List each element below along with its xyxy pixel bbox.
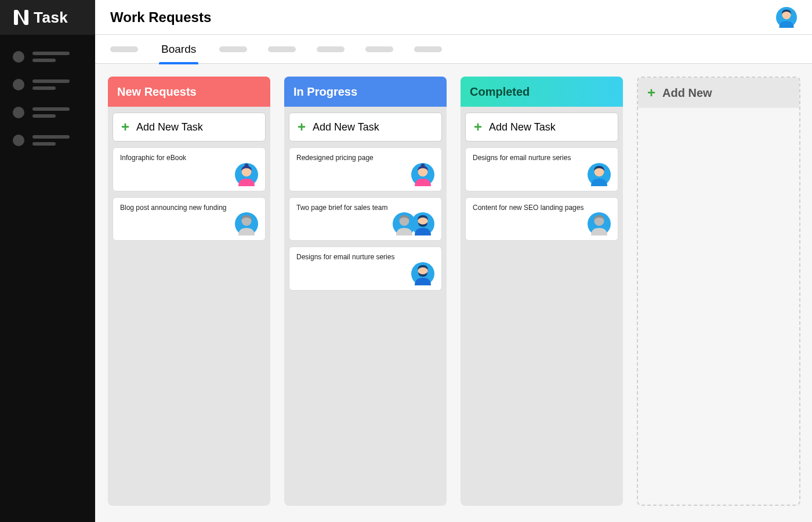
column-title: In Progress xyxy=(293,85,357,99)
task-assignees xyxy=(473,212,611,235)
task-card[interactable]: Blog post announcing new funding xyxy=(113,197,266,241)
brand-name: Task xyxy=(34,9,68,27)
assignee-avatar[interactable] xyxy=(588,163,611,186)
plus-icon: + xyxy=(647,85,655,101)
board-column: Completed + Add New Task Designs for ema… xyxy=(461,77,623,506)
board-column: New Requests + Add New Task Infographic … xyxy=(108,77,270,506)
sidebar-item-4[interactable] xyxy=(13,135,82,146)
add-task-button[interactable]: + Add New Task xyxy=(113,113,266,142)
column-body: + Add New Task Infographic for eBook Blo… xyxy=(108,107,270,506)
add-task-button[interactable]: + Add New Task xyxy=(289,113,442,142)
tab-placeholder[interactable] xyxy=(268,46,296,52)
tab-label: Boards xyxy=(161,43,196,56)
plus-icon: + xyxy=(298,120,306,134)
column-header[interactable]: In Progress xyxy=(284,77,447,107)
task-title: Blog post announcing new funding xyxy=(120,204,258,213)
column-title: Completed xyxy=(470,85,530,99)
tab-placeholder[interactable] xyxy=(365,46,393,52)
tab-boards[interactable]: Boards xyxy=(159,35,198,64)
sidebar-item-1[interactable] xyxy=(13,51,82,63)
task-card[interactable]: Designs for email nurture series xyxy=(465,147,618,191)
add-task-label: Add New Task xyxy=(489,121,556,133)
plus-icon: + xyxy=(474,120,482,134)
column-body: + Add New Task Designs for email nurture… xyxy=(461,107,623,506)
topbar: Work Requests xyxy=(95,0,812,35)
task-card[interactable]: Redesigned pricing page xyxy=(289,147,442,191)
page-title: Work Requests xyxy=(110,9,211,26)
task-assignees xyxy=(473,163,611,186)
assignee-avatar[interactable] xyxy=(411,212,434,235)
sidebar: Task xyxy=(0,0,95,522)
task-title: Redesigned pricing page xyxy=(296,154,434,163)
main: Work Requests Boards New Requests + Add … xyxy=(95,0,812,522)
task-card[interactable]: Infographic for eBook xyxy=(113,147,266,191)
assignee-avatar[interactable] xyxy=(588,212,611,235)
task-card[interactable]: Content for new SEO landing pages xyxy=(465,197,618,241)
board-area: New Requests + Add New Task Infographic … xyxy=(95,64,812,522)
add-task-label: Add New Task xyxy=(136,121,203,133)
add-task-label: Add New Task xyxy=(313,121,379,133)
task-title: Two page brief for sales team xyxy=(296,204,434,213)
task-assignees xyxy=(296,262,434,285)
task-title: Designs for email nurture series xyxy=(296,253,434,262)
brand-logo[interactable]: Task xyxy=(0,0,95,35)
task-assignees xyxy=(120,212,258,235)
tab-placeholder[interactable] xyxy=(110,46,138,52)
svg-point-4 xyxy=(245,164,249,168)
svg-point-9 xyxy=(421,164,425,168)
assignee-avatar[interactable] xyxy=(235,163,258,186)
logo-icon xyxy=(13,9,30,26)
task-assignees xyxy=(296,212,434,235)
column-title: New Requests xyxy=(117,85,197,99)
task-card[interactable]: Designs for email nurture series xyxy=(289,246,442,291)
column-header[interactable]: New Requests xyxy=(108,77,270,107)
assignee-avatar[interactable] xyxy=(235,212,258,235)
board-column: In Progress + Add New Task Redesigned pr… xyxy=(284,77,447,506)
tab-strip: Boards xyxy=(95,35,812,64)
assignee-avatar[interactable] xyxy=(411,262,434,285)
task-title: Infographic for eBook xyxy=(120,154,258,163)
task-title: Content for new SEO landing pages xyxy=(473,204,611,213)
task-title: Designs for email nurture series xyxy=(473,154,611,163)
column-body: + Add New Task Redesigned pricing page T… xyxy=(284,107,447,506)
task-assignees xyxy=(296,163,434,186)
add-column-label: Add New xyxy=(662,86,712,100)
user-avatar[interactable] xyxy=(776,7,797,28)
add-task-button[interactable]: + Add New Task xyxy=(465,113,618,142)
add-column-header[interactable]: + Add New xyxy=(638,78,799,108)
sidebar-item-2[interactable] xyxy=(13,79,82,90)
add-column[interactable]: + Add New xyxy=(637,77,800,506)
task-card[interactable]: Two page brief for sales team xyxy=(289,197,442,241)
assignee-avatar[interactable] xyxy=(411,163,434,186)
tab-placeholder[interactable] xyxy=(317,46,345,52)
tab-placeholder[interactable] xyxy=(414,46,442,52)
tab-placeholder[interactable] xyxy=(219,46,247,52)
plus-icon: + xyxy=(121,120,129,134)
task-assignees xyxy=(120,163,258,186)
column-header[interactable]: Completed xyxy=(461,77,623,107)
sidebar-item-3[interactable] xyxy=(13,107,82,118)
